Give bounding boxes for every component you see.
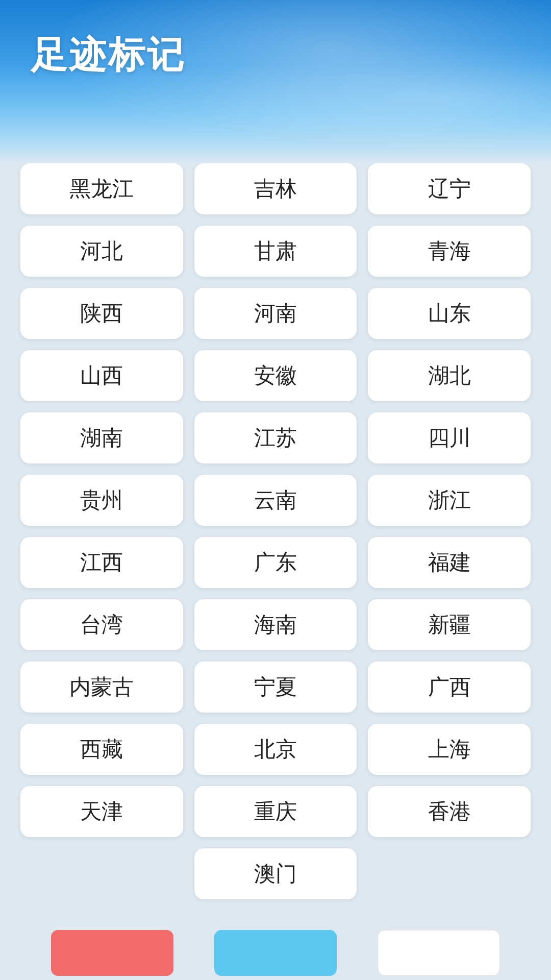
region-btn-江西[interactable]: 江西 <box>20 537 183 588</box>
region-btn-香港[interactable]: 香港 <box>368 786 531 837</box>
region-btn-西藏[interactable]: 西藏 <box>20 724 183 775</box>
region-btn-河北[interactable]: 河北 <box>20 226 183 277</box>
region-btn-青海[interactable]: 青海 <box>368 226 531 277</box>
region-btn-陕西[interactable]: 陕西 <box>20 288 183 339</box>
region-btn-辽宁[interactable]: 辽宁 <box>368 163 531 214</box>
region-btn-云南[interactable]: 云南 <box>194 475 357 526</box>
region-btn-新疆[interactable]: 新疆 <box>368 599 531 650</box>
region-empty <box>368 848 531 899</box>
region-btn-内蒙古[interactable]: 内蒙古 <box>20 662 183 713</box>
region-btn-广东[interactable]: 广东 <box>194 537 357 588</box>
region-btn-福建[interactable]: 福建 <box>368 537 531 588</box>
legend-color-visited <box>51 930 173 976</box>
region-btn-北京[interactable]: 北京 <box>194 724 357 775</box>
region-btn-甘肃[interactable]: 甘肃 <box>194 226 357 277</box>
region-btn-台湾[interactable]: 台湾 <box>20 599 183 650</box>
legend-color-planned <box>214 930 337 976</box>
region-empty <box>20 848 183 899</box>
region-btn-安徽[interactable]: 安徽 <box>194 350 357 401</box>
region-btn-山西[interactable]: 山西 <box>20 350 183 401</box>
region-btn-湖北[interactable]: 湖北 <box>368 350 531 401</box>
region-btn-上海[interactable]: 上海 <box>368 724 531 775</box>
region-btn-吉林[interactable]: 吉林 <box>194 163 357 214</box>
region-btn-广西[interactable]: 广西 <box>368 662 531 713</box>
page-title: 足迹标记 <box>31 31 186 80</box>
header-background: 足迹标记 <box>0 0 551 163</box>
regions-grid: 黑龙江吉林辽宁河北甘肃青海陕西河南山东山西安徽湖北湖南江苏四川贵州云南浙江江西广… <box>20 163 531 899</box>
legend-planned: 计划中 <box>214 930 337 980</box>
region-btn-湖南[interactable]: 湖南 <box>20 412 183 463</box>
region-btn-浙江[interactable]: 浙江 <box>368 475 531 526</box>
region-btn-山东[interactable]: 山东 <box>368 288 531 339</box>
region-btn-四川[interactable]: 四川 <box>368 412 531 463</box>
legend-not-visited: 未去过 <box>378 930 500 980</box>
region-btn-河南[interactable]: 河南 <box>194 288 357 339</box>
legend-visited: 去过啦 <box>51 930 173 980</box>
region-btn-海南[interactable]: 海南 <box>194 599 357 650</box>
region-btn-宁夏[interactable]: 宁夏 <box>194 662 357 713</box>
region-btn-黑龙江[interactable]: 黑龙江 <box>20 163 183 214</box>
region-btn-天津[interactable]: 天津 <box>20 786 183 837</box>
region-btn-贵州[interactable]: 贵州 <box>20 475 183 526</box>
legend-section: 去过啦 计划中 未去过 <box>20 930 531 980</box>
region-btn-江苏[interactable]: 江苏 <box>194 412 357 463</box>
region-btn-澳门[interactable]: 澳门 <box>194 848 357 899</box>
main-content: 黑龙江吉林辽宁河北甘肃青海陕西河南山东山西安徽湖北湖南江苏四川贵州云南浙江江西广… <box>0 148 551 980</box>
region-btn-重庆[interactable]: 重庆 <box>194 786 357 837</box>
legend-color-not-visited <box>378 930 500 976</box>
